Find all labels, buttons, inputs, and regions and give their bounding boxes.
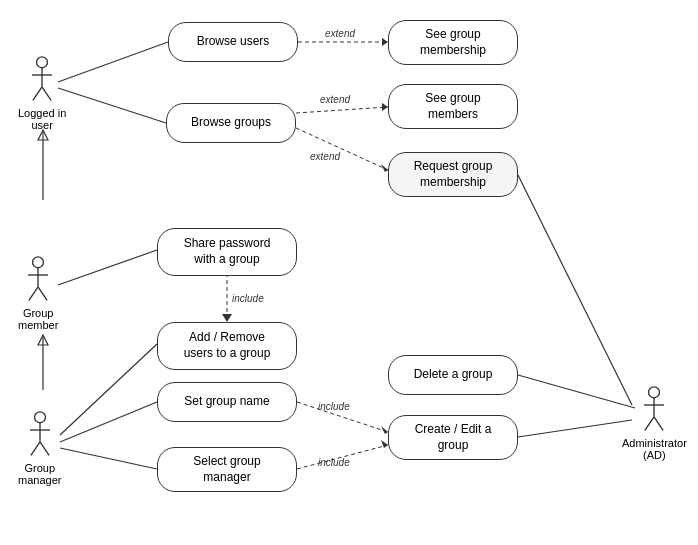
svg-text:include: include [318, 457, 350, 468]
use-case-browse-users: Browse users [168, 22, 298, 62]
svg-line-50 [654, 417, 663, 431]
actor-figure-administrator [639, 385, 669, 435]
svg-marker-9 [381, 164, 388, 172]
actor-logged-in-user: Logged in user [18, 55, 66, 131]
svg-line-20 [60, 402, 157, 442]
use-case-select-group-manager: Select group manager [157, 447, 297, 492]
svg-text:extend: extend [310, 151, 340, 162]
actor-group-member-label: Group member [18, 307, 58, 331]
svg-line-22 [297, 402, 388, 432]
actor-logged-in-user-label: Logged in user [18, 107, 66, 131]
svg-point-36 [33, 257, 44, 268]
svg-marker-12 [38, 130, 48, 140]
svg-text:extend: extend [325, 28, 355, 39]
use-case-see-group-members: See group members [388, 84, 518, 129]
svg-line-40 [38, 287, 47, 301]
svg-text:extend: extend [320, 94, 350, 105]
actor-group-manager-label: Group manager [18, 462, 61, 486]
svg-marker-23 [381, 426, 388, 434]
svg-line-0 [58, 42, 168, 82]
use-case-see-group-membership-label: See group membership [420, 27, 486, 58]
svg-line-19 [60, 344, 157, 435]
actor-administrator: Administrator (AD) [622, 385, 687, 461]
svg-text:include: include [232, 293, 264, 304]
actor-administrator-label: Administrator (AD) [622, 437, 687, 461]
use-case-share-password: Share password with a group [157, 228, 297, 276]
svg-line-34 [33, 87, 42, 101]
use-case-see-group-members-label: See group members [425, 91, 480, 122]
use-case-share-password-label: Share password with a group [184, 236, 271, 267]
svg-text:include: include [318, 401, 350, 412]
use-case-create-edit-group: Create / Edit a group [388, 415, 518, 460]
use-case-add-remove-users-label: Add / Remove users to a group [184, 330, 271, 361]
use-case-browse-groups: Browse groups [166, 103, 296, 143]
svg-line-5 [296, 107, 388, 113]
actor-figure-logged-in-user [27, 55, 57, 105]
actor-figure-group-member [23, 255, 53, 305]
svg-line-35 [42, 87, 51, 101]
svg-point-31 [37, 57, 48, 68]
use-case-select-group-manager-label: Select group manager [193, 454, 260, 485]
svg-line-13 [58, 250, 157, 285]
actor-group-manager: Group manager [18, 410, 61, 486]
svg-line-28 [518, 375, 635, 408]
svg-marker-26 [381, 440, 388, 448]
svg-line-49 [645, 417, 654, 431]
use-case-browse-users-label: Browse users [197, 34, 270, 50]
svg-line-29 [518, 420, 632, 437]
svg-line-39 [29, 287, 38, 301]
use-case-set-group-name: Set group name [157, 382, 297, 422]
svg-line-30 [518, 175, 632, 405]
actor-figure-group-manager [25, 410, 55, 460]
use-case-set-group-name-label: Set group name [184, 394, 269, 410]
use-case-request-group-membership-label: Request group membership [414, 159, 493, 190]
use-case-see-group-membership: See group membership [388, 20, 518, 65]
diagram-lines: extend extend extend include [0, 0, 698, 545]
use-case-browse-groups-label: Browse groups [191, 115, 271, 131]
actor-group-member: Group member [18, 255, 58, 331]
svg-marker-18 [38, 335, 48, 345]
use-case-add-remove-users: Add / Remove users to a group [157, 322, 297, 370]
use-case-create-edit-group-label: Create / Edit a group [415, 422, 492, 453]
use-case-delete-group: Delete a group [388, 355, 518, 395]
svg-line-8 [296, 128, 388, 170]
diagram-container: extend extend extend include [0, 0, 698, 545]
svg-point-41 [34, 412, 45, 423]
svg-line-25 [297, 445, 388, 469]
svg-line-1 [58, 88, 166, 123]
svg-line-44 [31, 442, 40, 456]
svg-line-45 [40, 442, 49, 456]
svg-line-21 [60, 448, 157, 469]
svg-marker-15 [222, 314, 232, 322]
use-case-delete-group-label: Delete a group [414, 367, 493, 383]
svg-point-46 [649, 387, 660, 398]
use-case-request-group-membership: Request group membership [388, 152, 518, 197]
